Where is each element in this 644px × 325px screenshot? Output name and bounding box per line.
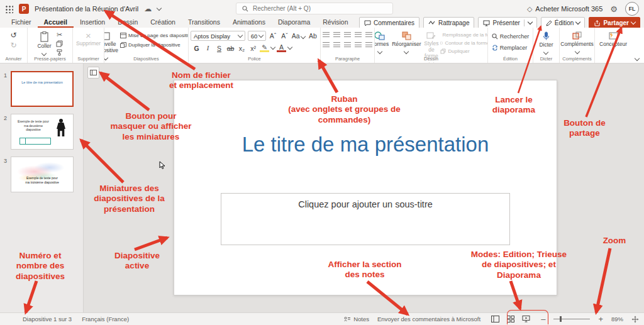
app-launcher-icon[interactable] [5,5,13,13]
slide-sorter-view-icon[interactable] [507,316,514,322]
slide-layout-icon [120,33,126,38]
font-family-combo[interactable]: Aptos Display [191,31,245,41]
cut-icon[interactable]: ✂ [55,31,65,39]
search-input[interactable]: Rechercher (Alt + Q) [236,3,393,14]
grow-font-button[interactable]: Aˆ [269,32,277,40]
font-size-combo[interactable]: 60 [248,31,266,41]
share-icon [594,20,601,26]
subtitle-placeholder[interactable]: Cliquez pour ajouter un sous-titre [221,193,510,245]
tab-accueil[interactable]: Accueil [38,18,74,28]
collapse-ribbon-chevron-icon[interactable] [635,56,640,61]
highlight-color-button[interactable]: ✎ [260,44,269,52]
subscript-button[interactable]: x₂ [237,45,247,52]
find-button[interactable]: Rechercher [492,33,530,40]
arrange-button[interactable]: Réorganiser [391,31,422,54]
paste-button[interactable]: Coller [35,31,53,56]
notes-button[interactable]: Notes [344,316,369,322]
underline-button[interactable]: S [214,45,224,52]
toggle-thumbnails-button[interactable] [87,67,99,79]
dictate-chevron-down-icon[interactable] [543,50,548,55]
shapes-button[interactable]: Formes [375,31,391,54]
addins-chevron-down-icon[interactable] [574,49,579,54]
clear-formatting-button[interactable]: Ab [308,32,318,40]
copy-icon[interactable] [55,40,65,48]
search-placeholder: Rechercher (Alt + Q) [253,5,311,12]
tab-transitions[interactable]: Transitions [182,18,226,28]
tab-diaporama[interactable]: Diaporama [272,18,316,28]
title-chevron-down-icon[interactable] [157,5,162,10]
ribbon-group-paragraph: Paragraphe [321,28,375,63]
shapes-icon [375,31,385,40]
align-center-icon[interactable] [333,42,340,48]
duplicate-shape-button[interactable]: Dupliquer [440,48,488,54]
fit-to-window-icon[interactable] [631,316,639,323]
font-color-button[interactable]: A [277,44,286,52]
shrink-font-button[interactable]: Aˇ [280,32,289,40]
normal-view-icon[interactable] [491,316,499,322]
align-left-icon[interactable] [323,42,330,48]
numbering-icon[interactable] [333,32,340,38]
paste-chevron-down-icon[interactable] [42,51,47,56]
zoom-level[interactable]: 89% [611,316,623,322]
tab-dessin[interactable]: Dessin [111,18,144,28]
slide-title[interactable]: Le titre de ma présentation [174,133,557,157]
redo-icon[interactable]: ↻ [9,41,19,49]
duplicate-slide-button[interactable]: Dupliquer la diapositive [120,42,189,48]
avatar[interactable]: FL [625,2,639,16]
delete-button[interactable]: × Supprimer [74,31,103,48]
pencil-icon [546,20,552,26]
font-color-chevron-down-icon[interactable] [287,45,292,50]
italic-button[interactable]: I [203,45,213,52]
catch-up-icon [428,20,436,26]
rectangle-shape [19,138,51,145]
language-selector[interactable]: Français (France) [82,316,129,322]
line-spacing-icon[interactable] [365,32,372,38]
ribbon-group-editing: Rechercher Remplacer Édition [488,28,533,63]
change-case-button[interactable]: Aa [292,32,305,40]
zoom-slider[interactable] [553,319,590,319]
feedback-link[interactable]: Envoyer des commentaires à Microsoft [377,316,480,322]
share-chevron-down-icon[interactable] [631,19,636,25]
replace-button[interactable]: Remplacer [492,45,530,51]
highlight-chevron-down-icon[interactable] [270,45,275,50]
thumbnail-row-2: 2 Exemple de texte pour ma deuxième diap… [0,114,83,150]
text-direction-icon[interactable] [365,42,372,48]
decrease-indent-icon[interactable] [344,32,351,38]
slide-layout-button[interactable]: Mise en page des diapositives [120,33,189,38]
zoom-slider-knob[interactable] [560,316,562,322]
bold-button[interactable]: G [192,45,201,52]
justify-icon[interactable] [355,42,362,48]
tab-fichier[interactable]: Fichier [5,18,38,28]
tab-insertion[interactable]: Insertion [74,18,111,28]
shape-outline-button[interactable]: Contour de la forme [440,40,488,46]
bullets-icon[interactable] [323,32,330,38]
present-chevron-down-icon[interactable] [528,19,533,25]
increase-indent-icon[interactable] [355,32,362,38]
thumbnail-panel: 1 Le titre de ma présentation 2 Exemple … [0,63,83,312]
settings-gear-icon[interactable]: ⚙ [610,4,618,14]
designer-button[interactable]: Concepteur [597,31,629,48]
editing-chevron-down-icon[interactable] [575,19,580,25]
arrange-chevron-down-icon[interactable] [404,49,409,54]
buy-microsoft-365-link[interactable]: ◇ Acheter Microsoft 365 [527,5,602,13]
undo-icon[interactable]: ↺ [9,31,19,39]
strikethrough-button[interactable]: ab [226,45,235,52]
align-right-icon[interactable] [344,42,351,48]
zoom-out-button[interactable]: – [541,314,545,324]
tab-creation[interactable]: Création [144,18,182,28]
zoom-in-button[interactable]: + [598,314,603,324]
tab-revision[interactable]: Révision [316,18,354,28]
slide-thumbnail-3[interactable]: Exemple de texte pour ma troisième diapo… [11,157,74,192]
shape-fill-button[interactable]: Remplissage de la forme [440,32,488,38]
slide-thumbnail-1[interactable]: Le titre de ma présentation [11,71,74,107]
slideshow-view-icon[interactable] [522,316,530,322]
superscript-button[interactable]: x² [248,45,258,52]
shapes-chevron-down-icon[interactable] [377,49,382,54]
addins-button[interactable]: Compléments [560,31,595,54]
dictate-button[interactable]: Dicter [537,31,555,55]
active-slide[interactable]: Le titre de ma présentation Cliquez pour… [174,80,557,295]
powerpoint-logo-icon[interactable]: P [19,4,29,14]
slide-thumbnail-2[interactable]: Exemple de texte pour ma deuxième diapos… [11,114,74,150]
document-title[interactable]: Présentation de la Réunion d'Avril [35,5,138,13]
tab-animations[interactable]: Animations [226,18,272,28]
